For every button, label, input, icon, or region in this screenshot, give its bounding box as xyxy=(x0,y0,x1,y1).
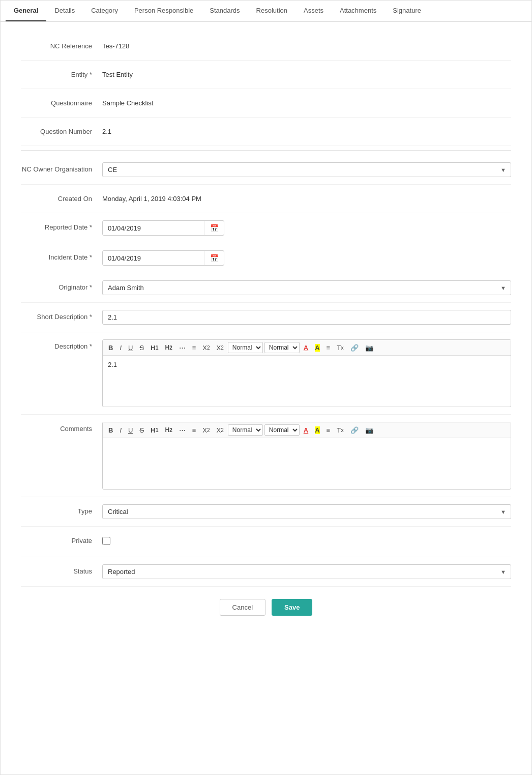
comm-font-size-select[interactable]: Normal xyxy=(228,424,263,436)
row-originator: Originator * Adam Smith ▼ xyxy=(21,273,511,303)
desc-clear-format-button[interactable]: Tx xyxy=(334,342,346,353)
row-reported-date: Reported Date * 📅 xyxy=(21,213,511,243)
comments-label: Comments xyxy=(21,422,102,433)
comm-highlight-button[interactable]: A xyxy=(312,425,322,436)
comm-superscript-button[interactable]: X2 xyxy=(214,425,226,436)
short-description-label: Short Description * xyxy=(21,310,102,321)
type-wrapper: Critical ▼ xyxy=(102,504,511,519)
incident-date-calendar-icon[interactable]: 📅 xyxy=(204,251,224,265)
row-entity: Entity * Test Entity xyxy=(21,61,511,89)
type-label: Type xyxy=(21,504,102,515)
row-incident-date: Incident Date * 📅 xyxy=(21,243,511,273)
description-editor: B I U S H1 H2 ⋯ ≡ X2 X2 Normal xyxy=(102,339,511,407)
private-checkbox[interactable] xyxy=(102,537,110,545)
save-button[interactable]: Save xyxy=(272,599,312,616)
form-body: NC Reference Tes-7128 Entity * Test Enti… xyxy=(1,22,531,644)
status-wrapper: Reported ▼ xyxy=(102,564,511,579)
description-label: Description * xyxy=(21,339,102,350)
comm-h2-button[interactable]: H2 xyxy=(163,425,175,435)
comm-image-button[interactable]: 📷 xyxy=(363,425,376,436)
incident-date-input[interactable] xyxy=(103,251,204,265)
desc-link-button[interactable]: 🔗 xyxy=(348,342,361,353)
desc-h2-button[interactable]: H2 xyxy=(163,342,175,353)
page-wrapper: General Details Category Person Responsi… xyxy=(0,0,532,775)
comm-strikethrough-button[interactable]: S xyxy=(137,425,146,436)
tab-attachments[interactable]: Attachments xyxy=(332,1,385,21)
comm-subscript-button[interactable]: X2 xyxy=(200,425,212,436)
entity-label: Entity * xyxy=(21,68,102,78)
private-checkbox-wrapper xyxy=(102,534,511,550)
desc-subscript-button[interactable]: X2 xyxy=(200,342,212,353)
desc-font-size-select[interactable]: Normal xyxy=(228,342,263,353)
incident-date-wrapper: 📅 xyxy=(102,250,224,266)
type-select[interactable]: Critical xyxy=(102,504,511,519)
comm-clear-format-button[interactable]: Tx xyxy=(334,425,346,436)
desc-italic-button[interactable]: I xyxy=(117,342,124,353)
nc-owner-org-select[interactable]: CE xyxy=(102,162,511,177)
comm-align-button[interactable]: ≡ xyxy=(324,425,333,436)
desc-ordered-list-button[interactable]: ⋯ xyxy=(176,342,188,353)
comm-font-color-button[interactable]: A xyxy=(301,425,311,436)
tab-resolution[interactable]: Resolution xyxy=(248,1,295,21)
row-created-on: Created On Monday, April 1, 2019 4:03:04… xyxy=(21,185,511,213)
comm-unordered-list-button[interactable]: ≡ xyxy=(190,425,199,436)
originator-label: Originator * xyxy=(21,280,102,291)
tab-details[interactable]: Details xyxy=(46,1,83,21)
tab-assets[interactable]: Assets xyxy=(295,1,332,21)
row-description: Description * B I U S H1 H2 ⋯ ≡ X2 X2 xyxy=(21,332,511,415)
comments-editor: B I U S H1 H2 ⋯ ≡ X2 X2 Normal xyxy=(102,422,511,490)
comm-italic-button[interactable]: I xyxy=(117,425,124,436)
tab-person-responsible[interactable]: Person Responsible xyxy=(126,1,201,21)
desc-h1-button[interactable]: H1 xyxy=(148,342,161,353)
tab-standards[interactable]: Standards xyxy=(201,1,248,21)
short-description-input[interactable] xyxy=(102,310,511,325)
row-questionnaire: Questionnaire Sample Checklist xyxy=(21,89,511,118)
nc-reference-label: NC Reference xyxy=(21,39,102,50)
comm-font-family-select[interactable]: Normal xyxy=(264,424,300,436)
desc-superscript-button[interactable]: X2 xyxy=(214,342,226,353)
row-nc-reference: NC Reference Tes-7128 xyxy=(21,32,511,61)
reported-date-wrapper: 📅 xyxy=(102,220,224,236)
tabs-bar: General Details Category Person Responsi… xyxy=(1,1,531,22)
desc-bold-button[interactable]: B xyxy=(106,342,115,353)
row-nc-owner-org: NC Owner Organisation CE ▼ xyxy=(21,155,511,185)
nc-owner-org-wrapper: CE ▼ xyxy=(102,162,511,177)
status-select[interactable]: Reported xyxy=(102,564,511,579)
question-number-value: 2.1 xyxy=(102,125,511,138)
originator-wrapper: Adam Smith ▼ xyxy=(102,280,511,295)
nc-reference-value: Tes-7128 xyxy=(102,39,511,53)
desc-strikethrough-button[interactable]: S xyxy=(137,342,146,353)
tab-category[interactable]: Category xyxy=(83,1,126,21)
desc-font-color-button[interactable]: A xyxy=(301,342,311,353)
tab-general[interactable]: General xyxy=(6,1,46,21)
entity-value: Test Entity xyxy=(102,68,511,81)
private-label: Private xyxy=(21,534,102,544)
desc-unordered-list-button[interactable]: ≡ xyxy=(190,342,199,353)
comments-content[interactable] xyxy=(103,438,511,489)
reported-date-input[interactable] xyxy=(103,221,204,235)
row-comments: Comments B I U S H1 H2 ⋯ ≡ X2 X2 xyxy=(21,415,511,497)
originator-select[interactable]: Adam Smith xyxy=(102,280,511,295)
desc-font-family-select[interactable]: Normal xyxy=(264,342,300,353)
tab-signature[interactable]: Signature xyxy=(385,1,429,21)
description-content[interactable]: 2.1 xyxy=(103,356,511,407)
comm-ordered-list-button[interactable]: ⋯ xyxy=(176,425,188,436)
row-status: Status Reported ▼ xyxy=(21,557,511,587)
comm-underline-button[interactable]: U xyxy=(126,425,135,436)
row-private: Private xyxy=(21,527,511,557)
question-number-label: Question Number xyxy=(21,125,102,135)
comm-link-button[interactable]: 🔗 xyxy=(348,425,361,436)
incident-date-label: Incident Date * xyxy=(21,250,102,261)
desc-align-button[interactable]: ≡ xyxy=(324,342,333,353)
questionnaire-label: Questionnaire xyxy=(21,96,102,107)
comm-h1-button[interactable]: H1 xyxy=(148,425,161,436)
reported-date-calendar-icon[interactable]: 📅 xyxy=(204,221,224,235)
status-label: Status xyxy=(21,564,102,575)
desc-highlight-button[interactable]: A xyxy=(312,342,322,353)
desc-underline-button[interactable]: U xyxy=(126,342,135,353)
comm-bold-button[interactable]: B xyxy=(106,425,115,436)
cancel-button[interactable]: Cancel xyxy=(220,599,265,616)
nc-owner-org-label: NC Owner Organisation xyxy=(21,162,102,173)
description-toolbar: B I U S H1 H2 ⋯ ≡ X2 X2 Normal xyxy=(103,340,511,356)
desc-image-button[interactable]: 📷 xyxy=(363,342,376,353)
